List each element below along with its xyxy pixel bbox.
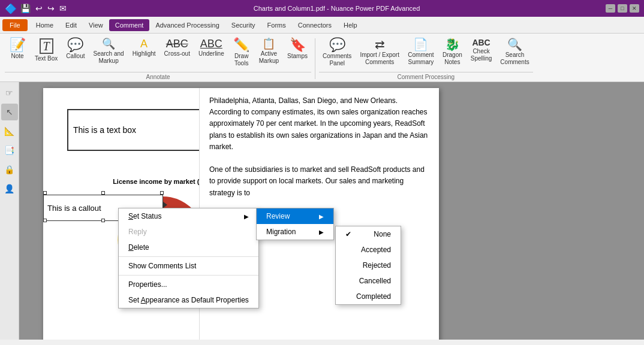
- menu-home[interactable]: Home: [30, 19, 59, 31]
- submenu-review-item[interactable]: Review ▶: [257, 208, 333, 224]
- ctx-default-props[interactable]: Set Appearance as Default Properties: [119, 292, 258, 308]
- dragonnotes-icon: 🐉: [445, 38, 460, 50]
- toolbar: 📝 Note T Text Box 💬 Callout 🔍 Search and…: [0, 34, 644, 81]
- crossout-icon: ABC: [166, 38, 188, 49]
- callout-handle-bl[interactable]: [43, 219, 47, 222]
- ribbon: 📝 Note T Text Box 💬 Callout 🔍 Search and…: [0, 34, 644, 82]
- drawtools-icon: ✏️: [233, 38, 249, 52]
- submenu-status: ✔ None ✔ Accepted ✔ Rejected ✔ Cancelled…: [335, 226, 401, 305]
- toolbar-group-annotate: 📝 Note T Text Box 💬 Callout 🔍 Search and…: [5, 36, 311, 81]
- callout-handle-tc[interactable]: [101, 191, 105, 195]
- status-cancelled[interactable]: ✔ Cancelled: [336, 273, 401, 289]
- callout-handle-tr[interactable]: [160, 191, 164, 195]
- status-rejected[interactable]: ✔ Rejected: [336, 258, 401, 273]
- status-rejected-label: Rejected: [363, 261, 391, 270]
- note-tool[interactable]: 📝 Note: [5, 36, 30, 62]
- callout-icon: 💬: [67, 38, 83, 52]
- minimize-button[interactable]: ─: [606, 4, 615, 13]
- app-logo: 🔷: [5, 3, 17, 14]
- searchmarkup-tool[interactable]: 🔍 Search and Markup: [90, 36, 128, 67]
- close-button[interactable]: ✕: [630, 4, 639, 13]
- menu-bar: File Home Edit View Comment Advanced Pro…: [0, 17, 644, 34]
- menu-advanced[interactable]: Advanced Processing: [149, 19, 225, 31]
- note-icon: 📝: [10, 38, 26, 52]
- searchmarkup-icon: 🔍: [102, 38, 115, 49]
- sidebar-hand-tool[interactable]: ☞: [1, 84, 18, 101]
- app-title: Charts and Column1.pdf - Nuance Power PD…: [70, 5, 603, 12]
- migration-label: Migration: [266, 228, 296, 236]
- toolbar-separator: [315, 38, 315, 79]
- checkspelling-icon: ABC: [472, 38, 490, 47]
- textbox-tool[interactable]: T Text Box: [31, 36, 61, 65]
- importexport-tool[interactable]: ⇄ Import / Export Comments: [356, 36, 403, 68]
- callout-content: This is a callout: [47, 204, 101, 213]
- menu-file[interactable]: File: [2, 19, 28, 31]
- redo-button[interactable]: ↪: [46, 2, 56, 14]
- importexport-icon: ⇄: [375, 38, 385, 50]
- ctx-show-comments[interactable]: Show Comments List: [119, 258, 258, 274]
- status-none-label: None: [374, 230, 391, 238]
- review-label: Review: [266, 212, 290, 220]
- comment-group-label: Comment Processing: [319, 72, 533, 81]
- callout-handle-tl[interactable]: [43, 191, 47, 195]
- menu-security[interactable]: Security: [225, 19, 261, 31]
- sidebar-pages-tool[interactable]: 📑: [1, 142, 18, 159]
- ctx-delete-label: Delete: [128, 243, 149, 252]
- menu-help[interactable]: Help: [338, 19, 363, 31]
- save-button[interactable]: 💾: [19, 2, 32, 14]
- menu-edit[interactable]: Edit: [59, 19, 83, 31]
- commentsummary-tool[interactable]: 📄 Comment Summary: [404, 36, 438, 68]
- menu-view[interactable]: View: [83, 19, 109, 31]
- ctx-reply: Reply: [119, 224, 258, 240]
- migration-arrow: ▶: [319, 229, 324, 235]
- menu-forms[interactable]: Forms: [261, 19, 292, 31]
- highlight-icon: A: [140, 38, 148, 49]
- commentspanel-icon: 💬: [329, 38, 345, 52]
- right-panel-text-2: One of the subsidiaries is to market and…: [209, 164, 429, 199]
- ctx-properties[interactable]: Properties...: [119, 277, 258, 292]
- textbox-icon: T: [40, 38, 53, 54]
- underline-tool[interactable]: ABC Underline: [195, 36, 228, 60]
- ctx-set-status[interactable]: Set Status ▶: [119, 208, 258, 224]
- searchcomments-tool[interactable]: 🔍 Search Comments: [496, 36, 532, 68]
- sidebar-lock-tool[interactable]: 🔒: [1, 161, 18, 178]
- drawtools-tool[interactable]: ✏️ Draw Tools: [229, 36, 254, 69]
- undo-button[interactable]: ↩: [34, 2, 44, 14]
- review-arrow: ▶: [319, 213, 324, 220]
- ctx-properties-label: Properties...: [128, 280, 167, 289]
- annotate-group-label: Annotate: [5, 72, 311, 81]
- callout-handle-bc[interactable]: [101, 219, 105, 222]
- context-menu: Set Status ▶ Reply Delete Show Comments …: [118, 208, 259, 308]
- left-sidebar: ☞ ↖ 📐 📑 🔒 👤: [0, 82, 19, 340]
- ctx-set-status-arrow: ▶: [244, 213, 249, 220]
- status-none-check: ✔: [345, 230, 351, 238]
- highlight-tool[interactable]: A Highlight: [129, 36, 160, 60]
- crossout-tool[interactable]: ABC Cross-out: [161, 36, 194, 60]
- status-none[interactable]: ✔ None: [336, 226, 401, 242]
- ctx-delete[interactable]: Delete: [119, 240, 258, 255]
- sidebar-user-tool[interactable]: 👤: [1, 180, 18, 197]
- menu-comment[interactable]: Comment: [109, 19, 150, 31]
- activemarkup-icon: 📋: [262, 38, 275, 49]
- main-area: ☞ ↖ 📐 📑 🔒 👤 This is a text box 📋 Note - …: [0, 82, 644, 340]
- commentspanel-tool[interactable]: 💬 Comments Panel: [319, 36, 355, 69]
- email-button[interactable]: ✉: [58, 2, 68, 14]
- ctx-reply-label: Reply: [128, 228, 147, 236]
- submenu-migration-item[interactable]: Migration ▶: [257, 224, 333, 240]
- callout-tool[interactable]: 💬 Callout: [62, 36, 88, 62]
- menu-connectors[interactable]: Connectors: [292, 19, 338, 31]
- sidebar-select-tool[interactable]: ↖: [1, 104, 18, 120]
- status-accepted[interactable]: ✔ Accepted: [336, 242, 401, 258]
- status-completed[interactable]: ✔ Completed: [336, 289, 401, 304]
- stamps-tool[interactable]: 🔖 Stamps: [284, 36, 311, 62]
- ctx-default-props-label: Set Appearance as Default Properties: [128, 296, 249, 304]
- submenu-review: Review ▶ Migration ▶: [256, 208, 334, 240]
- checkspelling-tool[interactable]: ABC Check Spelling: [467, 36, 496, 65]
- sidebar-ruler-tool[interactable]: 📐: [1, 123, 18, 140]
- underline-icon: ABC: [200, 38, 222, 49]
- activemarkup-tool[interactable]: 📋 Active Markup: [255, 36, 282, 67]
- title-bar: 🔷 💾 ↩ ↪ ✉ Charts and Column1.pdf - Nuanc…: [0, 0, 644, 17]
- stamps-icon: 🔖: [290, 38, 306, 52]
- dragonnotes-tool[interactable]: 🐉 Dragon Notes: [439, 36, 466, 68]
- maximize-button[interactable]: □: [618, 4, 627, 13]
